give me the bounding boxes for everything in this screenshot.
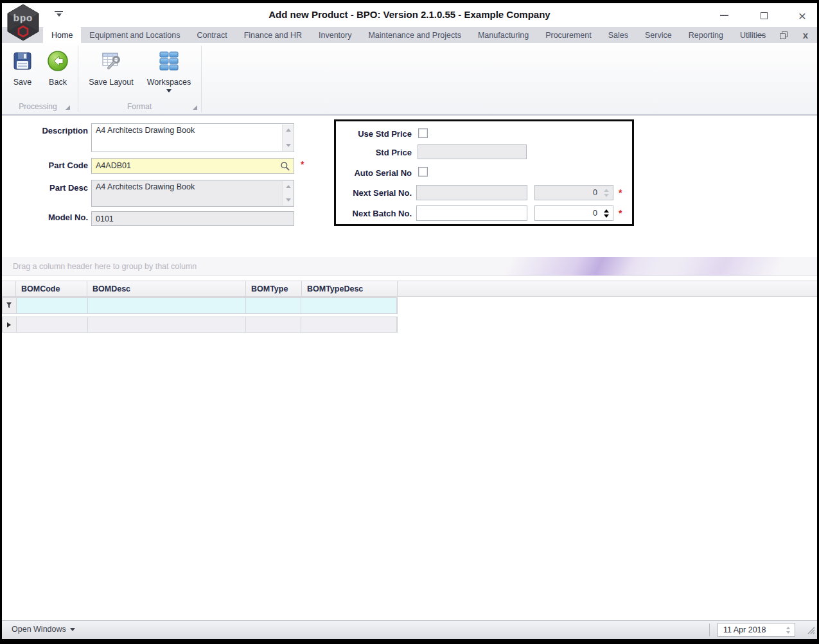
close-icon: × [798,9,806,22]
scrollbar[interactable] [282,181,293,205]
cell-bomtype[interactable] [246,317,302,332]
use-std-price-checkbox[interactable] [418,128,428,138]
save-layout-button[interactable]: Save Layout [84,48,138,98]
tab-finance-and-hr[interactable]: Finance and HR [236,27,310,43]
ribbon-tab-strip: Home Equipment and Locations Contract Fi… [2,27,817,43]
filter-cell-bomdesc[interactable] [88,298,246,313]
maximize-button[interactable] [755,8,773,22]
tab-inventory[interactable]: Inventory [310,27,360,43]
tab-sales[interactable]: Sales [600,27,637,43]
next-serial-no-label: Next Serial No. [336,188,412,198]
next-serial-no-spinner[interactable]: 0 [534,185,613,200]
part-desc-input[interactable]: A4 Architects Drawing Book [91,180,294,207]
group-processing-label: Processing [19,102,57,111]
std-price-label: Std Price [336,148,412,157]
part-code-label: Part Code [2,161,88,170]
description-value: A4 Architects Drawing Book [96,126,195,135]
auto-serial-no-label: Auto Serial No [336,168,412,178]
model-no-value: 0101 [96,214,114,223]
chevron-down-icon [70,628,75,631]
tab-contract[interactable]: Contract [188,27,235,43]
filter-cell-bomtype[interactable] [246,298,302,313]
grid-group-by-panel[interactable]: Drag a column header here to group by th… [2,257,817,276]
column-header-bomtype[interactable]: BOMType [246,281,302,296]
ribbon-group-processing: Processing [2,100,74,113]
cell-bomdesc[interactable] [88,317,246,332]
tab-equipment-and-locations[interactable]: Equipment and Locations [81,27,188,43]
app-window: bpo Add new Product - BPO: Version 2.1.0… [2,3,817,639]
spin-down-icon[interactable] [604,194,609,197]
resize-grip[interactable] [807,625,815,637]
tab-home[interactable]: Home [43,27,81,43]
save-button[interactable]: Save [7,48,38,98]
close-button[interactable]: × [793,8,811,22]
part-code-value: A4ADB01 [96,161,131,170]
required-marker: * [619,208,622,218]
column-header-bomcode[interactable]: BOMCode [16,281,87,296]
grid-indicator-header [2,281,16,296]
dialog-launcher-icon[interactable] [193,105,197,110]
spin-down-icon[interactable] [604,214,609,218]
part-code-input[interactable]: A4ADB01 [91,158,294,174]
grid-header-row: BOMCode BOMDesc BOMType BOMTypeDesc [2,281,817,297]
date-editor[interactable]: 11 Apr 2018 [718,623,795,637]
back-button[interactable]: Back [42,48,74,98]
tab-procurement[interactable]: Procurement [537,27,600,43]
statusbar-separator [709,623,710,636]
next-batch-no-spinner[interactable]: 0 [534,205,613,221]
column-header-bomtypedesc[interactable]: BOMTypeDesc [302,281,398,296]
std-price-input[interactable] [418,144,527,159]
dialog-launcher-icon[interactable] [66,105,70,110]
maximize-icon [761,12,768,19]
part-desc-value: A4 Architects Drawing Book [96,182,195,191]
mdi-minimize-button[interactable] [757,35,764,36]
spin-down-icon[interactable] [786,631,790,634]
tab-reporting[interactable]: Reporting [680,27,732,43]
chevron-down-icon [166,89,172,92]
open-windows-dropdown[interactable]: Open Windows [12,625,75,634]
open-windows-label: Open Windows [12,625,66,634]
next-serial-count: 0 [593,188,597,197]
search-icon[interactable] [280,161,290,173]
minimize-icon [720,15,728,16]
filter-cell-bomcode[interactable] [17,298,88,313]
tab-maintenance-and-projects[interactable]: Maintenance and Projects [360,27,470,43]
mdi-restore-button[interactable] [780,31,788,39]
save-layout-button-label: Save Layout [89,78,134,87]
minimize-button[interactable] [715,8,733,22]
model-no-input[interactable]: 0101 [91,211,294,226]
auto-serial-no-checkbox[interactable] [418,167,428,177]
tab-manufacturing[interactable]: Manufacturing [470,27,537,43]
filter-icon [6,302,12,309]
row-arrow-icon [7,322,11,327]
ribbon-group-separator [201,46,202,112]
grid-filter-row [2,297,398,314]
close-icon: x [803,30,808,40]
tab-service[interactable]: Service [637,27,680,43]
back-arrow-icon [47,48,69,74]
workspaces-grid-icon [159,48,179,74]
spin-up-icon[interactable] [604,189,609,192]
next-serial-no-input[interactable] [416,185,527,200]
column-header-bomdesc[interactable]: BOMDesc [87,281,246,296]
required-marker: * [301,159,304,170]
description-input[interactable]: A4 Architects Drawing Book [91,123,294,152]
mdi-close-button[interactable]: x [803,30,808,40]
filter-cell-bomtypedesc[interactable] [301,298,397,313]
spin-up-icon[interactable] [604,209,609,213]
window-title: Add new Product - BPO: Version 2.1.0.55 … [2,9,817,20]
back-button-label: Back [49,78,67,87]
cell-bomcode[interactable] [17,317,88,332]
next-batch-no-input[interactable] [416,205,527,221]
spin-up-icon[interactable] [786,627,790,629]
title-bar: bpo Add new Product - BPO: Version 2.1.0… [2,3,817,27]
cell-bomtypedesc[interactable] [301,317,397,332]
scroll-down-icon [286,198,291,202]
workspaces-button[interactable]: Workspaces [143,48,195,98]
logo-text: bpo [13,12,33,23]
scrollbar[interactable] [282,125,293,151]
required-marker: * [619,187,622,198]
serial-pricing-panel: Use Std Price Std Price Auto Serial No N… [334,119,634,226]
use-std-price-label: Use Std Price [336,129,412,139]
filter-row-indicator [3,298,17,313]
